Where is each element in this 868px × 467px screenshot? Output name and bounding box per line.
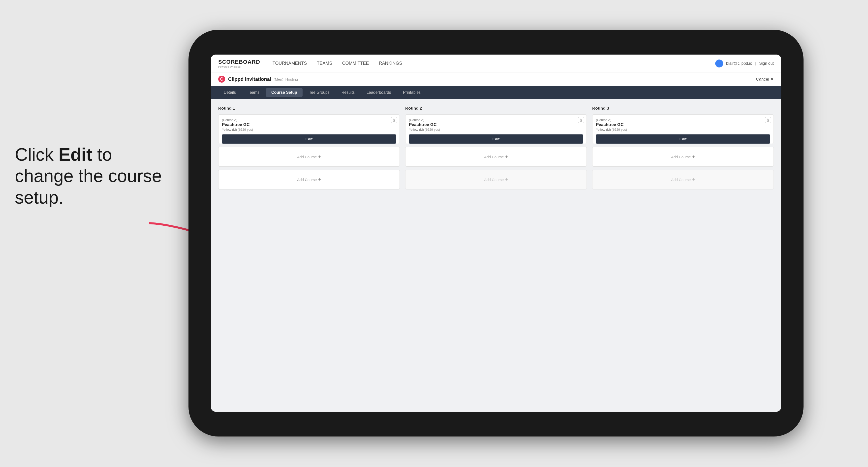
- nav-teams[interactable]: TEAMS: [317, 60, 332, 67]
- round-2-course-details: Yellow (M) (6629 yds): [409, 128, 583, 131]
- round-2-add-course-1-plus-icon: +: [505, 155, 508, 159]
- round-1-add-course-1-label: Add Course: [297, 155, 317, 159]
- round-1-add-course-2-plus-icon: +: [318, 177, 321, 182]
- main-content: Round 1 (Course A) Peachtree GC Yellow (…: [211, 99, 781, 412]
- round-1-add-course-1[interactable]: Add Course +: [218, 147, 400, 167]
- annotation-text: Click Edit to change the course setup.: [15, 144, 168, 208]
- round-3-add-course-2: Add Course +: [592, 169, 774, 189]
- round-3-course-label: (Course A): [596, 118, 770, 122]
- round-2-title: Round 2: [405, 106, 587, 111]
- round-2-add-course-2-plus-icon: +: [505, 177, 508, 182]
- round-3-add-course-2-plus-icon: +: [692, 177, 695, 182]
- cancel-button[interactable]: Cancel ✕: [756, 76, 774, 82]
- round-2-edit-button[interactable]: Edit: [409, 134, 583, 144]
- round-1-add-course-2[interactable]: Add Course +: [218, 169, 400, 189]
- round-3-course-details: Yellow (M) (6629 yds): [596, 128, 770, 131]
- tab-results[interactable]: Results: [336, 88, 360, 97]
- tournament-status: Hosting: [285, 77, 298, 81]
- tab-printables[interactable]: Printables: [398, 88, 426, 97]
- nav-rankings[interactable]: RANKINGS: [379, 60, 402, 67]
- tab-leaderboards[interactable]: Leaderboards: [361, 88, 397, 97]
- logo-subtitle: Powered by clippd: [218, 65, 260, 68]
- round-3-column: Round 3 (Course A) Peachtree GC Yellow (…: [592, 106, 774, 192]
- round-2-course-card: (Course A) Peachtree GC Yellow (M) (6629…: [405, 114, 587, 144]
- round-2-add-course-2: Add Course +: [405, 169, 587, 189]
- nav-right: blair@clippd.io | Sign out: [715, 60, 774, 67]
- tab-details[interactable]: Details: [218, 88, 241, 97]
- tabs-bar: Details Teams Course Setup Tee Groups Re…: [211, 86, 781, 99]
- round-1-delete-button[interactable]: 🗑: [391, 117, 397, 123]
- sign-out-link[interactable]: Sign out: [759, 61, 774, 66]
- round-3-course-name: Peachtree GC: [596, 122, 770, 127]
- sub-header: C Clippd Invitational (Men) Hosting Canc…: [211, 72, 781, 86]
- round-3-add-course-1-label: Add Course: [671, 155, 691, 159]
- logo-title: SCOREBOARD: [218, 59, 260, 65]
- round-1-add-course-2-label: Add Course: [297, 178, 317, 182]
- round-2-course-label: (Course A): [409, 118, 583, 122]
- user-avatar: [715, 60, 723, 67]
- round-3-add-course-1[interactable]: Add Course +: [592, 147, 774, 167]
- round-1-course-details: Yellow (M) (6629 yds): [222, 128, 396, 131]
- separator: |: [755, 61, 756, 66]
- nav-committee[interactable]: COMMITTEE: [342, 60, 369, 67]
- round-3-title: Round 3: [592, 106, 774, 111]
- tab-tee-groups[interactable]: Tee Groups: [304, 88, 335, 97]
- round-3-add-course-2-label: Add Course: [671, 178, 691, 182]
- tournament-title: Clippd Invitational: [228, 76, 271, 82]
- round-1-column: Round 1 (Course A) Peachtree GC Yellow (…: [218, 106, 400, 192]
- round-3-delete-button[interactable]: 🗑: [765, 117, 771, 123]
- round-2-add-course-1[interactable]: Add Course +: [405, 147, 587, 167]
- round-1-course-label: (Course A): [222, 118, 396, 122]
- round-1-add-course-1-plus-icon: +: [318, 155, 321, 159]
- tab-teams[interactable]: Teams: [242, 88, 265, 97]
- round-1-edit-button[interactable]: Edit: [222, 134, 396, 144]
- round-3-edit-button[interactable]: Edit: [596, 134, 770, 144]
- tab-course-setup[interactable]: Course Setup: [266, 88, 303, 97]
- nav-tournaments[interactable]: TOURNAMENTS: [273, 60, 307, 67]
- tablet-device: SCOREBOARD Powered by clippd TOURNAMENTS…: [188, 30, 804, 436]
- round-3-course-card: (Course A) Peachtree GC Yellow (M) (6629…: [592, 114, 774, 144]
- round-2-course-name: Peachtree GC: [409, 122, 583, 127]
- nav-links: TOURNAMENTS TEAMS COMMITTEE RANKINGS: [273, 60, 715, 67]
- round-3-add-course-1-plus-icon: +: [692, 155, 695, 159]
- brand-logo: C: [218, 75, 225, 83]
- round-1-course-name: Peachtree GC: [222, 122, 396, 127]
- round-2-column: Round 2 (Course A) Peachtree GC Yellow (…: [405, 106, 587, 192]
- user-email: blair@clippd.io: [726, 61, 752, 66]
- tournament-badge: (Men): [274, 77, 283, 81]
- round-2-add-course-2-label: Add Course: [484, 178, 504, 182]
- tablet-screen: SCOREBOARD Powered by clippd TOURNAMENTS…: [211, 55, 781, 412]
- scoreboard-logo: SCOREBOARD Powered by clippd: [218, 59, 260, 68]
- top-navigation: SCOREBOARD Powered by clippd TOURNAMENTS…: [211, 55, 781, 72]
- round-1-title: Round 1: [218, 106, 400, 111]
- round-2-delete-button[interactable]: 🗑: [578, 117, 584, 123]
- rounds-container: Round 1 (Course A) Peachtree GC Yellow (…: [218, 106, 774, 192]
- round-1-course-card: (Course A) Peachtree GC Yellow (M) (6629…: [218, 114, 400, 144]
- round-2-add-course-1-label: Add Course: [484, 155, 504, 159]
